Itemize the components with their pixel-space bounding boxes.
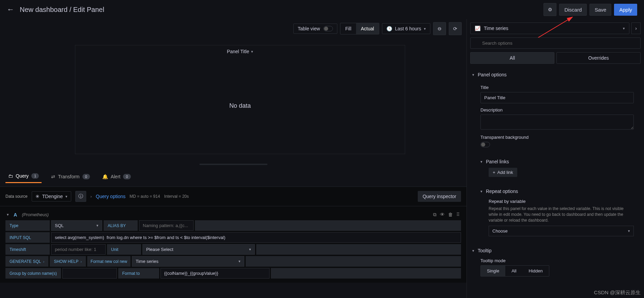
delete-query-icon[interactable]: 🗑	[448, 212, 453, 218]
transparent-label: Transparent background	[480, 135, 634, 140]
save-button[interactable]: Save	[589, 4, 611, 16]
datasource-logo-icon: ✳	[35, 194, 40, 199]
panel-empty-state: No data	[75, 58, 405, 154]
tooltip-all[interactable]: All	[505, 266, 522, 276]
time-range-label: Last 6 hours	[395, 26, 421, 31]
alias-label: ALIAS BY	[104, 220, 138, 231]
breadcrumb: New dashboard / Edit Panel	[20, 6, 104, 14]
query-count-badge: 1	[31, 173, 39, 179]
timeseries-icon: 📈	[475, 26, 480, 31]
query-ds-name: (Prometheus)	[22, 212, 49, 217]
transform-icon: ⇄	[51, 174, 55, 179]
tab-all[interactable]: All	[470, 52, 554, 64]
chevron-down-icon: ▾	[251, 49, 253, 54]
tooltip-header[interactable]: ▾ Tooltip	[470, 244, 641, 257]
gear-icon: ⚙	[548, 7, 552, 12]
table-view-toggle[interactable]: Table view	[293, 24, 337, 34]
chevron-right-icon[interactable]: ›	[90, 194, 92, 198]
fill-option[interactable]: Fill	[340, 23, 356, 34]
show-help-button[interactable]: SHOW HELP›	[50, 256, 86, 267]
datasource-help-button[interactable]: ⓘ	[75, 191, 86, 202]
panel-options-header[interactable]: ▾ Panel options	[470, 69, 641, 81]
duplicate-query-icon[interactable]: ⧉	[433, 212, 436, 218]
interval-meta: Interval = 20s	[164, 194, 189, 199]
chevron-down-icon: ▾	[623, 26, 625, 31]
switch-icon[interactable]	[323, 26, 333, 31]
group-by-input[interactable]	[62, 268, 117, 279]
alias-input[interactable]	[139, 220, 194, 231]
datasource-select[interactable]: ✳ TDengine ▾	[32, 191, 72, 202]
timeshift-input[interactable]	[51, 244, 106, 255]
chevron-right-icon: ›	[635, 26, 637, 31]
transparent-switch[interactable]	[480, 142, 490, 147]
generate-sql-button[interactable]: GENERATE SQL›	[5, 256, 48, 267]
datasource-row: Data source ✳ TDengine ▾ ⓘ › Query optio…	[0, 187, 466, 206]
query-inspector-button[interactable]: Query inspector	[418, 191, 461, 202]
refresh-button[interactable]: ⟳	[449, 22, 462, 35]
tab-alert[interactable]: 🔔 Alert 0	[99, 171, 134, 183]
apply-button[interactable]: Apply	[614, 4, 637, 16]
tab-overrides[interactable]: Overrides	[556, 52, 641, 64]
zoom-out-button[interactable]: ⊖	[433, 22, 446, 35]
chevron-down-icon: ▾	[480, 160, 482, 164]
visualization-picker[interactable]: 📈 Time series ▾	[470, 23, 629, 34]
chevron-down-icon: ▾	[424, 27, 426, 31]
tab-query[interactable]: 🗀 Query 1	[5, 171, 42, 183]
tab-transform[interactable]: ⇄ Transform 0	[48, 171, 92, 183]
viz-toolbar: Table view Fill Actual 🕓 Last 6 hours ▾ …	[0, 19, 466, 38]
watermark: CSDN @深耕云原生	[594, 289, 641, 296]
tooltip-mode-label: Tooltip mode	[480, 258, 634, 263]
chevron-down-icon: ▾	[249, 247, 251, 252]
back-arrow-icon[interactable]: ←	[7, 5, 14, 14]
add-link-button[interactable]: + Add link	[489, 168, 517, 177]
fill-actual-toggle: Fill Actual	[340, 23, 379, 34]
chevron-down-icon: ▾	[96, 223, 98, 228]
input-sql-field[interactable]	[51, 232, 461, 243]
search-options-input[interactable]	[470, 38, 641, 49]
actual-option[interactable]: Actual	[356, 23, 379, 34]
database-icon: 🗀	[8, 173, 13, 179]
chevron-down-icon: ▾	[480, 189, 482, 194]
editor-header: ← New dashboard / Edit Panel ⚙ Discard S…	[0, 0, 644, 19]
format-to-input[interactable]	[160, 268, 270, 279]
panel-links-header[interactable]: ▾ Panel links	[470, 155, 641, 168]
repeat-var-select[interactable]: Choose ▾	[489, 226, 634, 236]
clock-icon: 🕓	[386, 26, 392, 31]
query-ref-id[interactable]: A	[14, 212, 17, 218]
tooltip-mode-tabs: Single All Hidden	[480, 265, 549, 277]
input-sql-label: INPUT SQL	[5, 232, 50, 243]
type-select[interactable]: SQL▾	[51, 220, 102, 231]
tooltip-single[interactable]: Single	[481, 266, 505, 276]
unit-select[interactable]: Please Select▾	[142, 244, 255, 255]
resize-handle[interactable]	[199, 164, 267, 165]
format-select[interactable]: Time series▾	[132, 256, 244, 267]
chevron-down-icon: ▾	[65, 194, 67, 199]
chevron-right-icon: ›	[80, 259, 82, 264]
zoom-out-icon: ⊖	[438, 26, 442, 31]
time-range-picker[interactable]: 🕓 Last 6 hours ▾	[382, 23, 430, 34]
plus-icon: +	[493, 170, 495, 175]
tooltip-hidden[interactable]: Hidden	[523, 266, 549, 276]
settings-button[interactable]: ⚙	[543, 3, 556, 16]
query-options-link[interactable]: Query options	[96, 194, 125, 199]
chevron-right-icon: ›	[43, 259, 44, 264]
drag-query-icon[interactable]: ⠿	[456, 212, 460, 218]
repeat-var-desc: Repeat this panel for each value in the …	[489, 206, 634, 223]
format-label: Format new col new	[87, 256, 131, 267]
format-to-label: Format to	[118, 268, 159, 279]
datasource-label: Data source	[5, 194, 28, 199]
toggle-visibility-icon[interactable]: 👁	[440, 212, 445, 218]
collapse-sidebar-button[interactable]: ›	[631, 23, 641, 34]
type-label: Type	[5, 220, 50, 231]
bell-icon: 🔔	[102, 174, 108, 179]
title-label: Title	[480, 85, 634, 90]
title-input[interactable]	[480, 92, 634, 103]
collapse-query-icon[interactable]: ▾	[7, 212, 9, 217]
repeat-options-header[interactable]: ▾ Repeat options	[470, 185, 641, 197]
panel-preview: Panel Title ▾ No data	[75, 45, 405, 154]
discard-button[interactable]: Discard	[559, 4, 587, 16]
chevron-down-icon: ▾	[472, 249, 474, 253]
panel-title-menu[interactable]: Panel Title ▾	[75, 45, 405, 58]
alert-count-badge: 0	[123, 174, 131, 179]
description-textarea[interactable]	[480, 115, 634, 130]
